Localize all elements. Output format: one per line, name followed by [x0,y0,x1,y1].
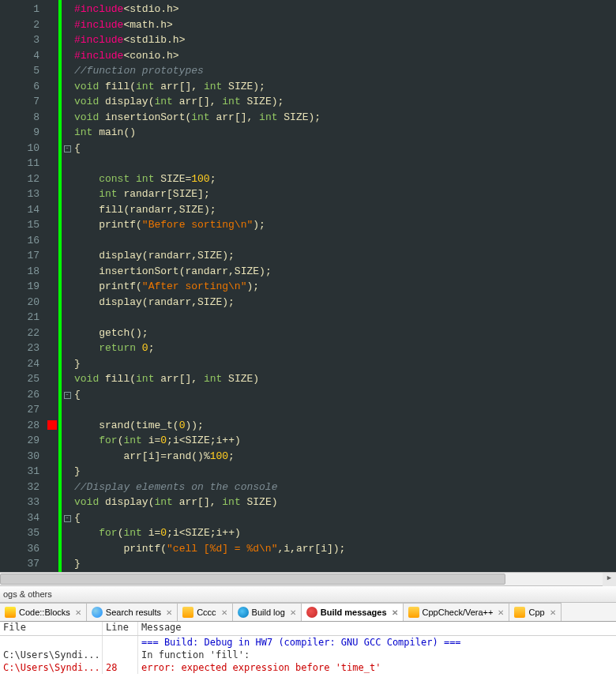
code-line[interactable]: int main() [74,125,616,141]
code-line[interactable]: printf("After sorting\n"); [74,279,616,295]
panel-tab[interactable]: Search results✕ [87,603,178,621]
code-line[interactable] [74,233,616,249]
code-line[interactable]: } [74,356,616,372]
marker-cell[interactable] [46,279,58,295]
message-row[interactable]: === Build: Debug in HW7 (compiler: GNU G… [0,636,616,649]
fold-cell[interactable] [62,171,73,187]
marker-cell[interactable] [46,513,58,529]
code-line[interactable] [74,310,616,325]
marker-cell[interactable] [46,482,58,498]
code-line[interactable]: int randarr[SIZE]; [74,186,616,202]
marker-cell[interactable] [46,233,58,249]
fold-cell[interactable]: - [62,510,73,526]
marker-cell[interactable] [46,402,58,418]
panel-tab[interactable]: Build messages✕ [302,603,404,621]
panel-tab[interactable]: Cccc✕ [178,603,232,621]
close-icon[interactable]: ✕ [220,608,227,617]
close-icon[interactable]: ✕ [288,608,296,617]
fold-cell[interactable] [62,94,73,110]
marker-cell[interactable] [46,125,58,141]
marker-cell[interactable] [46,110,58,126]
code-line[interactable]: { [74,141,616,156]
marker-cell[interactable] [46,156,58,171]
fold-cell[interactable] [62,340,73,356]
marker-margin[interactable] [46,0,58,572]
marker-cell[interactable] [46,387,58,403]
marker-cell[interactable] [46,94,58,110]
fold-cell[interactable] [62,325,73,341]
col-header-message[interactable]: Message [138,622,616,635]
fold-cell[interactable] [62,295,73,310]
code-line[interactable] [74,402,616,418]
fold-cell[interactable] [62,556,73,572]
close-icon[interactable]: ✕ [164,608,172,617]
fold-cell[interactable] [62,402,73,418]
fold-cell[interactable] [62,217,73,233]
close-icon[interactable]: ✕ [548,608,556,617]
fold-cell[interactable] [62,17,73,33]
fold-cell[interactable] [62,48,73,64]
code-line[interactable]: #include<conio.h> [74,48,616,64]
fold-cell[interactable]: - [62,387,73,403]
code-line[interactable]: display(randarr,SIZE); [74,295,616,310]
marker-cell[interactable] [46,451,58,467]
fold-cell[interactable] [62,248,73,264]
fold-cell[interactable] [62,279,73,295]
marker-cell[interactable] [46,435,58,451]
messages-body[interactable]: === Build: Debug in HW7 (compiler: GNU G… [0,636,616,681]
fold-cell[interactable] [62,495,73,510]
panel-tab[interactable]: CppCheck/Vera++✕ [404,603,510,621]
marker-cell[interactable] [46,63,58,79]
marker-cell[interactable] [46,497,58,513]
fold-cell[interactable] [62,371,73,387]
marker-cell[interactable] [46,340,58,356]
marker-cell[interactable] [46,295,58,310]
horizontal-scrollbar[interactable]: ▶ [0,572,616,585]
marker-cell[interactable] [46,325,58,341]
code-line[interactable]: #include<stdio.h> [74,2,616,17]
code-line[interactable]: } [74,556,616,572]
code-line[interactable]: for(int i=0;i<SIZE;i++) [74,525,616,541]
line-number-gutter[interactable]: 1234567891011121314151617181920212223242… [0,0,46,572]
fold-cell[interactable] [62,202,73,218]
fold-cell[interactable] [62,264,73,280]
close-icon[interactable]: ✕ [496,608,504,617]
marker-cell[interactable] [46,371,58,387]
code-line[interactable]: } [74,464,616,480]
fold-cell[interactable] [62,156,73,171]
marker-cell[interactable] [46,79,58,95]
code-line[interactable] [74,156,616,171]
col-header-file[interactable]: File [0,622,103,635]
marker-cell[interactable] [46,310,58,325]
fold-cell[interactable] [62,480,73,495]
code-line[interactable]: printf("cell [%d] = %d\n",i,arr[i]); [74,541,616,557]
close-icon[interactable]: ✕ [390,608,398,617]
code-line[interactable]: { [74,510,616,526]
code-line[interactable]: void display(int arr[], int SIZE) [74,495,616,510]
fold-cell[interactable] [62,433,73,449]
fold-cell[interactable] [62,125,73,141]
code-line[interactable]: const int SIZE=100; [74,171,616,187]
marker-cell[interactable] [46,141,58,156]
code-line[interactable]: insertionSort(randarr,SIZE); [74,264,616,280]
marker-cell[interactable] [46,217,58,233]
marker-cell[interactable] [46,264,58,280]
marker-cell[interactable] [46,186,58,202]
marker-cell[interactable] [46,544,58,559]
fold-cell[interactable] [62,186,73,202]
fold-cell[interactable] [62,449,73,465]
fold-cell[interactable] [62,418,73,434]
scroll-right-arrow[interactable]: ▶ [603,573,616,586]
marker-cell[interactable] [46,48,58,64]
marker-cell[interactable] [46,32,58,48]
code-line[interactable]: display(randarr,SIZE); [74,248,616,264]
code-line[interactable]: srand(time_t(0)); [74,418,616,434]
marker-cell[interactable] [46,420,58,436]
fold-cell[interactable] [62,63,73,79]
panel-tab[interactable]: Cpp✕ [509,603,561,621]
code-line[interactable]: void fill(int arr[], int SIZE) [74,371,616,387]
code-line[interactable]: { [74,387,616,403]
fold-cell[interactable] [62,541,73,557]
code-area[interactable]: #include<stdio.h>#include<math.h>#includ… [73,0,616,572]
fold-cell[interactable] [62,233,73,249]
